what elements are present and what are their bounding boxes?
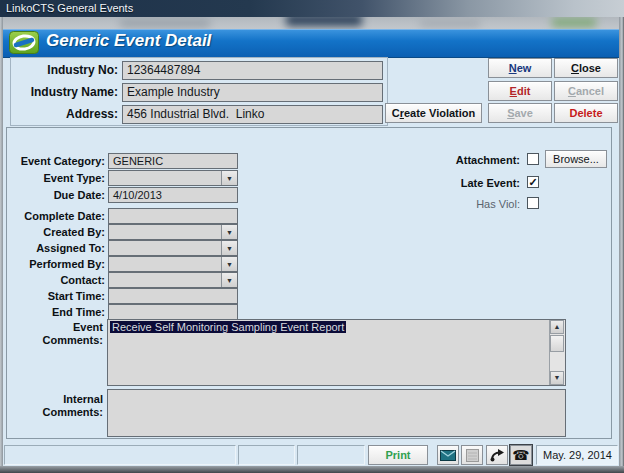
email-button[interactable] xyxy=(437,445,459,465)
address-label: Address: xyxy=(12,107,118,121)
edit-button[interactable]: Edit xyxy=(488,81,552,101)
assigned-to-select[interactable]: SB ▼ xyxy=(108,240,238,256)
statusbar-segment xyxy=(238,445,295,465)
industry-no-label: Industry No: xyxy=(12,63,118,77)
notes-icon xyxy=(466,449,479,462)
delete-button[interactable]: Delete xyxy=(554,103,618,123)
start-time-label: Start Time: xyxy=(2,290,105,303)
window-title: LinkoCTS General Events xyxy=(6,2,133,14)
industry-no-field[interactable]: 12364487894 xyxy=(122,61,383,80)
created-by-select[interactable]: Admin ▼ xyxy=(108,224,238,240)
current-date-display: May. 29, 2014 xyxy=(536,445,618,465)
internal-comments-label-line1: Internal xyxy=(2,393,103,406)
statusbar-segment xyxy=(4,445,236,465)
window-frame-right xyxy=(619,17,624,466)
due-date-label: Due Date: xyxy=(2,189,105,202)
event-type-select[interactable]: SMCR ▼ xyxy=(108,170,238,186)
phone-icon: ☎ xyxy=(512,448,529,462)
statusbar-segment xyxy=(297,445,365,465)
end-time-field[interactable] xyxy=(108,304,238,320)
event-comments-scrollbar[interactable]: ▲ ▼ xyxy=(549,320,565,385)
new-button[interactable]: New xyxy=(488,58,552,78)
jump-button[interactable] xyxy=(486,445,508,465)
attachment-label: Attachment: xyxy=(390,154,520,167)
event-category-field[interactable]: GENERIC xyxy=(108,153,238,169)
create-violation-button[interactable]: Create Violation xyxy=(385,103,482,123)
end-time-label: End Time: xyxy=(2,306,105,319)
print-button[interactable]: Print xyxy=(368,445,428,465)
blur-blob xyxy=(420,19,480,27)
due-date-field[interactable]: 4/10/2013 xyxy=(108,187,238,203)
close-button[interactable]: Close xyxy=(554,58,618,78)
industry-name-field[interactable]: Example Industry xyxy=(122,83,383,102)
window-frame-bottom xyxy=(0,466,624,473)
late-event-checkbox[interactable]: ✓ xyxy=(527,176,539,188)
attachment-checkbox[interactable] xyxy=(527,153,539,165)
cancel-button[interactable]: Cancel xyxy=(554,81,618,101)
event-type-label: Event Type: xyxy=(2,172,105,185)
address-field[interactable]: 456 Industrial Blvd. Linko xyxy=(122,105,383,124)
dropdown-arrow-icon[interactable]: ▼ xyxy=(221,273,237,287)
internal-comments-textarea[interactable] xyxy=(107,389,566,437)
event-comments-label-line2: Comments: xyxy=(2,334,103,347)
contact-select[interactable]: ▼ xyxy=(108,272,238,288)
window-titlebar: LinkoCTS General Events xyxy=(0,0,624,18)
phone-button[interactable]: ☎ xyxy=(510,445,532,465)
event-category-label: Event Category: xyxy=(2,155,105,168)
has-viol-label: Has Viol: xyxy=(390,198,520,211)
complete-date-label: Complete Date: xyxy=(2,210,105,223)
window-frame-left xyxy=(0,17,3,466)
late-event-label: Late Event: xyxy=(390,177,520,190)
scroll-down-icon[interactable]: ▼ xyxy=(550,371,564,385)
created-by-label: Created By: xyxy=(2,226,105,239)
dropdown-arrow-icon[interactable]: ▼ xyxy=(221,241,237,255)
email-icon xyxy=(440,450,456,461)
has-viol-checkbox[interactable] xyxy=(527,197,539,209)
blurred-background-strip xyxy=(0,17,624,29)
contact-label: Contact: xyxy=(2,274,105,287)
event-comments-label-line1: Event xyxy=(2,321,103,334)
jump-arrow-icon xyxy=(489,448,505,462)
assigned-to-label: Assigned To: xyxy=(2,242,105,255)
dropdown-arrow-icon[interactable]: ▼ xyxy=(221,225,237,239)
complete-date-field[interactable] xyxy=(108,208,238,224)
scroll-up-icon[interactable]: ▲ xyxy=(550,320,564,334)
browse-button[interactable]: Browse... xyxy=(545,150,607,168)
notes-button[interactable] xyxy=(461,445,483,465)
dropdown-arrow-icon[interactable]: ▼ xyxy=(221,171,237,185)
blur-blob xyxy=(120,19,210,27)
page-title: Generic Event Detail xyxy=(46,31,211,51)
industry-name-label: Industry Name: xyxy=(12,85,118,99)
performed-by-label: Performed By: xyxy=(2,258,105,271)
dropdown-arrow-icon[interactable]: ▼ xyxy=(221,257,237,271)
event-comments-textarea[interactable]: Receive Self Monitoring Sampling Event R… xyxy=(107,319,566,386)
generic-event-detail-window: LinkoCTS General Events Generic Event De… xyxy=(0,0,624,473)
start-time-field[interactable] xyxy=(108,288,238,304)
performed-by-select[interactable]: ▼ xyxy=(108,256,238,272)
linko-logo-icon xyxy=(9,31,39,54)
internal-comments-label-line2: Comments: xyxy=(2,406,103,419)
blur-blob xyxy=(552,18,596,27)
blur-blob xyxy=(286,17,362,26)
save-button[interactable]: Save xyxy=(488,103,552,123)
event-comments-selected-text: Receive Self Monitoring Sampling Event R… xyxy=(110,321,346,333)
check-icon: ✓ xyxy=(528,176,537,188)
scrollbar-thumb[interactable] xyxy=(550,335,564,352)
